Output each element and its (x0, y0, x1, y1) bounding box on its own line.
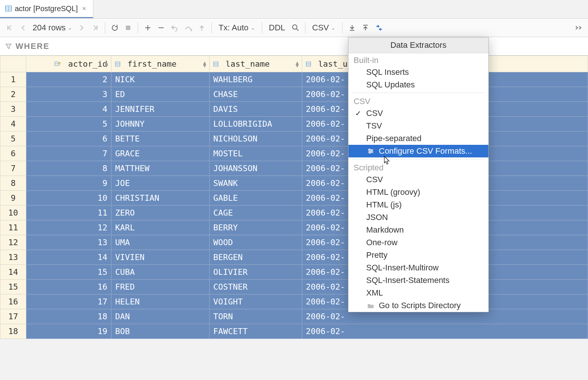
row-number[interactable]: 5 (0, 131, 26, 146)
popup-item[interactable]: Markdown (348, 224, 488, 236)
cell-first-name[interactable]: JENNIFER (111, 102, 210, 117)
cell-actor-id[interactable]: 9 (26, 176, 111, 191)
cell-last-name[interactable]: JOHANSSON (210, 161, 302, 176)
cell-last-name[interactable]: LOLLOBRIGIDA (210, 117, 302, 131)
popup-item[interactable]: SQL-Insert-Statements (348, 274, 488, 287)
cell-actor-id[interactable]: 3 (26, 87, 111, 102)
cell-actor-id[interactable]: 18 (26, 309, 111, 324)
row-number[interactable]: 4 (0, 117, 26, 131)
table-row[interactable]: 12NICKWAHLBERG2006-02- (0, 72, 588, 87)
import-button[interactable] (359, 21, 372, 34)
table-row[interactable]: 1415CUBAOLIVIER2006-02- (0, 265, 588, 280)
editor-tab[interactable]: actor [PostgreSQL] × (0, 0, 93, 18)
cell-last-name[interactable]: BERRY (210, 220, 302, 235)
row-number[interactable]: 12 (0, 235, 26, 250)
cell-last-name[interactable]: DAVIS (210, 102, 302, 117)
row-number[interactable]: 14 (0, 265, 26, 280)
cell-first-name[interactable]: JOHNNY (111, 117, 210, 131)
popup-item[interactable]: TSV (348, 120, 488, 132)
popup-item[interactable]: HTML (groovy) (348, 186, 488, 199)
table-row[interactable]: 910CHRISTIANGABLE2006-02- (0, 191, 588, 206)
cell-first-name[interactable]: UMA (111, 235, 210, 250)
cell-last-name[interactable]: BERGEN (210, 250, 302, 265)
column-header-actor-id[interactable]: actor_id ▲▼ (26, 56, 111, 72)
row-number[interactable]: 13 (0, 250, 26, 265)
cell-actor-id[interactable]: 17 (26, 294, 111, 309)
row-number[interactable]: 2 (0, 87, 26, 102)
row-number[interactable]: 10 (0, 206, 26, 220)
cell-first-name[interactable]: BETTE (111, 131, 210, 146)
cell-first-name[interactable]: MATTHEW (111, 161, 210, 176)
popup-item[interactable]: HTML (js) (348, 199, 488, 211)
table-row[interactable]: 1112KARLBERRY2006-02- (0, 220, 588, 235)
extractor-selector[interactable]: CSV ⌄ (308, 23, 339, 33)
cell-last-name[interactable]: WAHLBERG (210, 72, 302, 87)
table-row[interactable]: 78MATTHEWJOHANSSON2006-02- (0, 161, 588, 176)
cell-first-name[interactable]: HELEN (111, 294, 210, 309)
cell-actor-id[interactable]: 10 (26, 191, 111, 206)
column-header-first-name[interactable]: first_name ▲▼ (111, 56, 210, 72)
cell-last-name[interactable]: WOOD (210, 235, 302, 250)
popup-item[interactable]: SQL Updates (348, 79, 488, 91)
ddl-button[interactable]: DDL (265, 23, 289, 33)
row-number[interactable]: 8 (0, 176, 26, 191)
cell-last-name[interactable]: MOSTEL (210, 146, 302, 161)
table-row[interactable]: 1516FREDCOSTNER2006-02- (0, 280, 588, 294)
cell-first-name[interactable]: GRACE (111, 146, 210, 161)
cell-first-name[interactable]: KARL (111, 220, 210, 235)
cell-last-name[interactable]: SWANK (210, 176, 302, 191)
cell-last-update[interactable]: 2006-02- (302, 324, 588, 339)
overflow-button[interactable] (572, 21, 585, 34)
table-row[interactable]: 1617HELENVOIGHT2006-02- (0, 294, 588, 309)
last-page-button[interactable] (88, 21, 102, 34)
cell-actor-id[interactable]: 13 (26, 235, 111, 250)
row-number[interactable]: 16 (0, 294, 26, 309)
row-number[interactable]: 6 (0, 146, 26, 161)
cell-actor-id[interactable]: 19 (26, 324, 111, 339)
row-number[interactable]: 1 (0, 72, 26, 87)
table-row[interactable]: 56BETTENICHOLSON2006-02- (0, 131, 588, 146)
cell-last-name[interactable]: GABLE (210, 191, 302, 206)
stop-button[interactable] (121, 21, 135, 34)
cell-last-name[interactable]: FAWCETT (210, 324, 302, 339)
table-row[interactable]: 1819BOBFAWCETT2006-02- (0, 324, 588, 339)
next-page-button[interactable] (75, 21, 88, 34)
table-row[interactable]: 23EDCHASE2006-02- (0, 87, 588, 102)
row-number[interactable]: 9 (0, 191, 26, 206)
row-count-selector[interactable]: 204 rows ⌄ (30, 23, 75, 33)
cell-last-name[interactable]: VOIGHT (210, 294, 302, 309)
cell-last-name[interactable]: CHASE (210, 87, 302, 102)
popup-item[interactable]: One-row (348, 236, 488, 249)
compare-button[interactable] (372, 21, 386, 34)
prev-page-button[interactable] (16, 21, 30, 34)
table-row[interactable]: 1011ZEROCAGE2006-02- (0, 206, 588, 220)
table-row[interactable]: 89JOESWANK2006-02- (0, 176, 588, 191)
cell-last-name[interactable]: OLIVIER (210, 265, 302, 280)
cell-first-name[interactable]: ZERO (111, 206, 210, 220)
cell-actor-id[interactable]: 15 (26, 265, 111, 280)
close-tab-button[interactable]: × (81, 5, 88, 13)
popup-item[interactable]: ✓CSV (348, 107, 488, 120)
cell-first-name[interactable]: BOB (111, 324, 210, 339)
cell-last-name[interactable]: NICHOLSON (210, 131, 302, 146)
cell-first-name[interactable]: CUBA (111, 265, 210, 280)
cell-first-name[interactable]: FRED (111, 280, 210, 294)
cell-last-name[interactable]: TORN (210, 309, 302, 324)
row-number[interactable]: 7 (0, 161, 26, 176)
column-header-last-name[interactable]: last_name ▲▼ (210, 56, 302, 72)
cell-last-name[interactable]: COSTNER (210, 280, 302, 294)
popup-item[interactable]: Go to Scripts Directory (348, 299, 488, 312)
cell-first-name[interactable]: JOE (111, 176, 210, 191)
reload-button[interactable] (108, 21, 121, 34)
popup-item[interactable]: XML (348, 287, 488, 299)
row-number[interactable]: 15 (0, 280, 26, 294)
row-number[interactable]: 17 (0, 309, 26, 324)
cell-actor-id[interactable]: 6 (26, 131, 111, 146)
cell-actor-id[interactable]: 8 (26, 161, 111, 176)
cell-first-name[interactable]: NICK (111, 72, 210, 87)
cell-actor-id[interactable]: 16 (26, 280, 111, 294)
table-row[interactable]: 1718DANTORN2006-02- (0, 309, 588, 324)
cell-actor-id[interactable]: 4 (26, 102, 111, 117)
row-number[interactable]: 18 (0, 324, 26, 339)
cell-last-name[interactable]: CAGE (210, 206, 302, 220)
